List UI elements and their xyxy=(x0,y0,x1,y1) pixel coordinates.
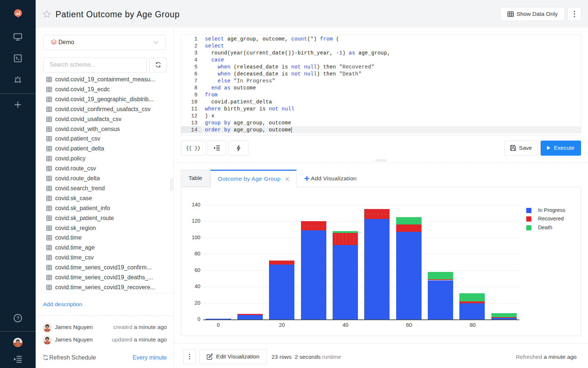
svg-text:?: ? xyxy=(17,315,19,321)
